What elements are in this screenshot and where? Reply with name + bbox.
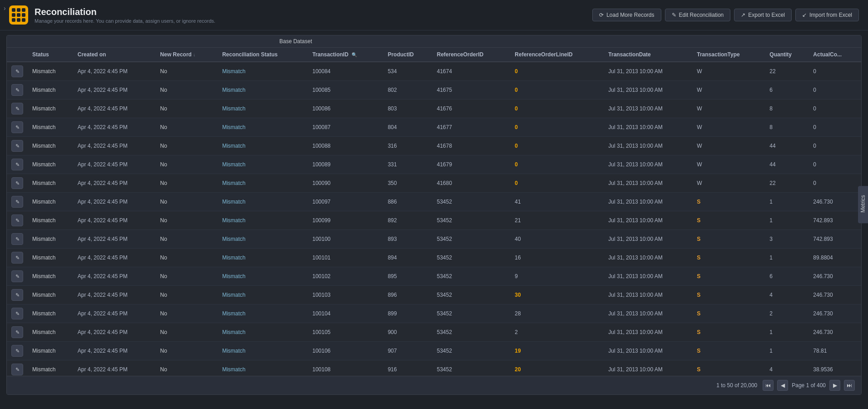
row-status: Mismatch bbox=[28, 193, 73, 211]
row-edit-button[interactable]: ✎ bbox=[11, 65, 23, 77]
row-created: Apr 4, 2022 4:45 PM bbox=[73, 174, 156, 193]
row-ref-order: 41680 bbox=[432, 174, 511, 193]
table-row: ✎ Mismatch Apr 4, 2022 4:45 PM No Mismat… bbox=[7, 249, 861, 267]
row-edit-cell: ✎ bbox=[7, 81, 28, 100]
row-recon-status: Mismatch bbox=[218, 62, 308, 81]
row-tx-id: 100102 bbox=[308, 267, 383, 286]
page-title: Reconciliation bbox=[35, 7, 215, 17]
row-status: Mismatch bbox=[28, 118, 73, 137]
row-recon-status: Mismatch bbox=[218, 100, 308, 118]
row-actual-cost: 246.730 bbox=[808, 323, 861, 342]
table-scroll[interactable]: Status Created on New Record ↓ Reconcili… bbox=[7, 48, 861, 376]
row-edit-button[interactable]: ✎ bbox=[11, 364, 23, 375]
row-edit-button[interactable]: ✎ bbox=[11, 140, 23, 152]
row-ref-order: 53452 bbox=[432, 342, 511, 360]
row-new-record: No bbox=[156, 62, 218, 81]
row-edit-button[interactable]: ✎ bbox=[11, 103, 23, 115]
row-edit-button[interactable]: ✎ bbox=[11, 308, 23, 319]
table-row: ✎ Mismatch Apr 4, 2022 4:45 PM No Mismat… bbox=[7, 342, 861, 360]
row-tx-type: S bbox=[692, 230, 765, 249]
row-ref-order: 53452 bbox=[432, 211, 511, 230]
prev-page-button[interactable]: ◀ bbox=[777, 380, 788, 391]
table-row: ✎ Mismatch Apr 4, 2022 4:45 PM No Mismat… bbox=[7, 230, 861, 249]
col-new-record: New Record ↓ bbox=[156, 48, 218, 62]
row-tx-type: W bbox=[692, 118, 765, 137]
row-edit-button[interactable]: ✎ bbox=[11, 214, 23, 226]
last-page-button[interactable]: ⏭ bbox=[844, 380, 855, 391]
row-created: Apr 4, 2022 4:45 PM bbox=[73, 100, 156, 118]
table-footer: 1 to 50 of 20,000 ⏮ ◀ Page 1 of 400 ▶ ⏭ bbox=[7, 376, 861, 394]
row-edit-button[interactable]: ✎ bbox=[11, 233, 23, 245]
row-edit-button[interactable]: ✎ bbox=[11, 270, 23, 282]
row-quantity: 3 bbox=[765, 230, 808, 249]
table-row: ✎ Mismatch Apr 4, 2022 4:45 PM No Mismat… bbox=[7, 211, 861, 230]
row-product-id: 916 bbox=[383, 360, 432, 376]
header-left: Reconciliation Manage your records here.… bbox=[9, 5, 215, 25]
export-excel-button[interactable]: ↗ Export to Excel bbox=[734, 9, 792, 21]
col-tx-type: TransactionType bbox=[692, 48, 765, 62]
row-tx-id: 100087 bbox=[308, 118, 383, 137]
row-ref-order: 53452 bbox=[432, 304, 511, 323]
row-product-id: 907 bbox=[383, 342, 432, 360]
row-quantity: 1 bbox=[765, 211, 808, 230]
metrics-label: Metrics bbox=[860, 195, 866, 213]
row-product-id: 896 bbox=[383, 286, 432, 304]
col-ref-order-line: ReferenceOrderLineID bbox=[510, 48, 604, 62]
row-edit-button[interactable]: ✎ bbox=[11, 159, 23, 170]
row-edit-button[interactable]: ✎ bbox=[11, 121, 23, 133]
row-edit-button[interactable]: ✎ bbox=[11, 345, 23, 357]
pagination: ⏮ ◀ Page 1 of 400 ▶ ⏭ bbox=[763, 380, 855, 391]
row-edit-button[interactable]: ✎ bbox=[11, 84, 23, 96]
row-edit-cell: ✎ bbox=[7, 100, 28, 118]
row-status: Mismatch bbox=[28, 286, 73, 304]
row-edit-button[interactable]: ✎ bbox=[11, 326, 23, 338]
row-tx-id: 100108 bbox=[308, 360, 383, 376]
row-ref-order: 41678 bbox=[432, 137, 511, 155]
page-subtitle: Manage your records here. You can provid… bbox=[35, 18, 215, 24]
app-icon bbox=[9, 5, 28, 25]
nav-back-arrow[interactable]: › bbox=[4, 5, 6, 12]
col-quantity: Quantity bbox=[765, 48, 808, 62]
row-new-record: No bbox=[156, 193, 218, 211]
row-ref-order-line: 0 bbox=[510, 155, 604, 174]
row-ref-order: 41676 bbox=[432, 100, 511, 118]
row-tx-id: 100101 bbox=[308, 249, 383, 267]
row-actual-cost: 0 bbox=[808, 137, 861, 155]
row-status: Mismatch bbox=[28, 230, 73, 249]
row-edit-button[interactable]: ✎ bbox=[11, 196, 23, 208]
row-tx-id: 100097 bbox=[308, 193, 383, 211]
row-edit-cell: ✎ bbox=[7, 174, 28, 193]
row-actual-cost: 742.893 bbox=[808, 230, 861, 249]
metrics-tab[interactable]: Metrics bbox=[858, 186, 868, 223]
row-created: Apr 4, 2022 4:45 PM bbox=[73, 137, 156, 155]
row-created: Apr 4, 2022 4:45 PM bbox=[73, 230, 156, 249]
row-recon-status: Mismatch bbox=[218, 137, 308, 155]
export-icon: ↗ bbox=[741, 12, 745, 18]
row-edit-button[interactable]: ✎ bbox=[11, 289, 23, 301]
edit-reconciliation-button[interactable]: ✎ Edit Reconciliation bbox=[665, 9, 731, 21]
data-table: Status Created on New Record ↓ Reconcili… bbox=[7, 48, 861, 376]
row-status: Mismatch bbox=[28, 137, 73, 155]
row-recon-status: Mismatch bbox=[218, 267, 308, 286]
row-product-id: 804 bbox=[383, 118, 432, 137]
row-edit-cell: ✎ bbox=[7, 155, 28, 174]
row-created: Apr 4, 2022 4:45 PM bbox=[73, 342, 156, 360]
row-edit-button[interactable]: ✎ bbox=[11, 252, 23, 264]
row-tx-date: Jul 31, 2013 10:00 AM bbox=[604, 155, 692, 174]
next-page-button[interactable]: ▶ bbox=[829, 380, 840, 391]
row-actual-cost: 0 bbox=[808, 100, 861, 118]
row-quantity: 6 bbox=[765, 81, 808, 100]
col-product-id: ProductID bbox=[383, 48, 432, 62]
load-more-button[interactable]: ⟳ Load More Records bbox=[592, 9, 661, 21]
row-edit-button[interactable]: ✎ bbox=[11, 177, 23, 189]
first-page-button[interactable]: ⏮ bbox=[763, 380, 774, 391]
row-actual-cost: 38.9536 bbox=[808, 360, 861, 376]
col-ref-order: ReferenceOrderID bbox=[432, 48, 511, 62]
row-ref-order: 41679 bbox=[432, 155, 511, 174]
row-actual-cost: 742.893 bbox=[808, 211, 861, 230]
row-status: Mismatch bbox=[28, 249, 73, 267]
row-recon-status: Mismatch bbox=[218, 155, 308, 174]
row-ref-order-line: 19 bbox=[510, 342, 604, 360]
import-excel-button[interactable]: ↙ Import from Excel bbox=[795, 9, 859, 21]
row-new-record: No bbox=[156, 81, 218, 100]
